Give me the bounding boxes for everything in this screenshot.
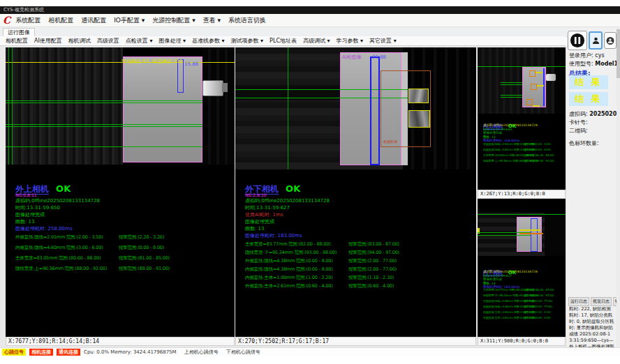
- menu-item[interactable]: 相机配置: [48, 16, 73, 25]
- comm-connect-badge: 通讯连接: [57, 349, 80, 356]
- card-pin-label: 卡针号:: [569, 119, 588, 126]
- toolbar-item[interactable]: AI使用配置: [34, 37, 62, 45]
- bottom-status-bar: 心跳信号 相机连接 通讯连接 Cpu: 0.0% Memory: 3424.41…: [0, 347, 620, 356]
- measurement-row: 内侧直线-隐线=4.38mm 范围:(0.00 - 9.00) 报警范围:(2.…: [483, 305, 563, 310]
- measurement-row: 外侧直线-隐线=4.38mm 范围:(0.00 - 9.00) 报警范围:(2.…: [483, 299, 563, 305]
- alarm-range: 报警范围:(1.10 - 2.10): [524, 310, 551, 314]
- time-line: 时间:13-31-59-650: [15, 204, 232, 211]
- log-tab[interactable]: 运行日志: [568, 297, 589, 306]
- menu-item[interactable]: 系统语言切换: [228, 16, 266, 25]
- user-login-button[interactable]: [589, 31, 603, 50]
- menu-item[interactable]: IO手配置 ▾: [114, 16, 145, 25]
- defect-label-mark: [537, 85, 544, 86]
- result-badge-top: 结 果: [569, 75, 608, 89]
- alarm-range: 报警范围:(81.00 - 85.00): [119, 255, 170, 261]
- measurement-list: 主体宽度=83.77mm 范围:(82.00 - 88.00) 报警范围:(83…: [483, 288, 563, 321]
- menu-item[interactable]: 系统配置: [15, 16, 40, 25]
- defect-label-mark: [536, 72, 542, 73]
- measurement-value: 外侧直线-主体=2.61mm 范围:(0.60 - 4.00): [245, 283, 332, 289]
- measurement-list: 外侧直线-隐线=2.91mm 范围:(2.00 - 3.50) 报警范围:(2.…: [483, 142, 563, 165]
- measurement-row: 隐线宽度-上=90.56mm 范围:(88.00 - 92.00) 报警范围:(…: [483, 159, 563, 165]
- defect-label-mark: [519, 229, 540, 231]
- toolbar-item[interactable]: 高级设置: [97, 37, 119, 45]
- connector-part: [202, 80, 223, 96]
- machine-background: [202, 47, 235, 165]
- toolbar-item[interactable]: 学习参数 ▾: [337, 37, 364, 45]
- toolbar-item[interactable]: 基准线参数 ▾: [192, 37, 225, 45]
- virtual-code-row: 虚拟码: 20250208: [569, 110, 620, 118]
- machine-background: [554, 47, 566, 114]
- pixel-status-bar: X:267;Y:13;R:0;G:0;B:0: [478, 190, 566, 199]
- control-buttons: [568, 31, 620, 50]
- measurement-row: 主体宽度=83.05mm 范围:(80.00 - 86.00) 报警范围:(81…: [483, 153, 563, 159]
- green-measure-line: [6, 100, 202, 101]
- blue-measure-rect: [531, 218, 538, 252]
- alarm-range: 报警范围:(2.00 - 77.00): [524, 299, 552, 303]
- measurement-row: 外侧直线-隐线=4.38mm 范围:(0.00 - 9.00) 报警范围:(2.…: [245, 258, 468, 266]
- measurement-row: 隐线宽度-上=90.56mm 范围:(88.00 - 92.00) 报警范围:(…: [15, 266, 235, 276]
- measurement-row: 外侧直线-主体=2.61mm 范围:(0.60 - 4.00) 报警范围:(0.…: [245, 283, 468, 291]
- menu-item[interactable]: 通讯配置: [81, 16, 106, 25]
- measurement-row: 隐线宽度-下=95.24mm 范围:(93.00 - 98.00) 报警范围:(…: [483, 294, 563, 299]
- green-measure-line: [478, 66, 566, 67]
- alarm-range: 报警范围:(89.00 - 91.00): [524, 159, 554, 162]
- pixel-status-bar: X:7677;Y:891;R:14;G:14;B:14: [6, 337, 235, 346]
- measurement-value: 外侧直线-隐线=2.91mm 范围:(2.00 - 3.50): [15, 234, 103, 241]
- process-cost-line: 图像处理耗时: 183.00ms: [245, 232, 462, 239]
- ai-detect-region-rect: [381, 70, 431, 147]
- turns-line: 圈数: 13: [15, 218, 232, 225]
- machine-background: [545, 213, 566, 256]
- camera-image-inner-top[interactable]: [478, 47, 566, 114]
- toolbar-item[interactable]: 点检设置 ▾: [126, 37, 153, 45]
- toolbar-item[interactable]: 图像处理 ▾: [158, 37, 186, 45]
- yellow-reference-line: [6, 62, 235, 63]
- virtual-code-line: 虚拟码:0ffline20250208133134728: [245, 197, 462, 204]
- green-measure-line: [501, 95, 522, 96]
- bottom-camera-heartbeat-text: 下相机心跳信号: [226, 349, 260, 356]
- window-title: CYS-视觉检测系统: [3, 7, 44, 13]
- toolbar-item[interactable]: 相机配置: [6, 37, 28, 45]
- menu-item[interactable]: 光源控制配置 ▾: [152, 16, 195, 25]
- qr-code-row: 二维码:: [569, 127, 588, 135]
- green-measure-line: [6, 124, 202, 125]
- user-icon: [592, 36, 600, 45]
- measurement-row: 外侧直线-主体=2.61mm 范围:(0.60 - 4.00) 报警范围:(0.…: [483, 316, 563, 321]
- measurement-row: 内侧直线-主体=1.90mm 范围:(1.00 - 2.20) 报警范围:(1.…: [483, 310, 563, 316]
- menu-item[interactable]: 查看 ▾: [203, 16, 221, 25]
- defect-label-mark: [533, 105, 540, 107]
- measurement-row: 主体宽度=83.77mm 范围:(82.00 - 88.00) 报警范围:(83…: [483, 288, 563, 294]
- green-measure-line: [6, 126, 202, 127]
- toolbar-item[interactable]: 相机调试: [68, 37, 91, 45]
- measurement-row: 内侧直线-隐线=4.60mm 范围:(3.00 - 6.00) 报警范围:(0.…: [483, 148, 563, 153]
- measurement-row: 隐线宽度-下=95.24mm 范围:(93.00 - 98.00) 报警范围:(…: [245, 250, 468, 258]
- toolbar-item[interactable]: 测试项参数 ▾: [231, 37, 264, 45]
- scrollbar-thumb[interactable]: [617, 29, 620, 78]
- app-logo-icon: C: [3, 15, 10, 26]
- measurement-row: 内侧直线-隐线=4.38mm 范围:(0.00 - 9.00) 报警范围:(2.…: [245, 266, 468, 275]
- alarm-range: 报警范围:(83.00 - 87.00): [348, 241, 399, 248]
- toolbar-item[interactable]: 其它设置 ▾: [369, 37, 397, 45]
- measure-overlay-value: 23.88: [372, 54, 386, 60]
- camera-image-outer-top[interactable]: 平均阈值:93, 动态阈值:100 15.88: [6, 47, 235, 165]
- measurement-value: 主体宽度=83.77mm 范围:(82.00 - 88.00): [245, 241, 331, 248]
- tab-strip: 运行图像: [0, 27, 620, 37]
- pause-button[interactable]: [568, 31, 587, 50]
- toolbar-item[interactable]: PLC地址表: [270, 37, 297, 45]
- camera-image-outer-bottom[interactable]: AI检图像 23.88 检测区域: [235, 47, 476, 169]
- alarm-range: 报警范围:(0.60 - 4.00): [524, 316, 551, 319]
- panel-scrollbar[interactable]: [617, 28, 620, 347]
- measurement-list: 主体宽度=83.77mm 范围:(82.00 - 88.00) 报警范围:(83…: [245, 241, 468, 291]
- user-manage-button[interactable]: [604, 32, 617, 49]
- log-tab[interactable]: 视觉日志: [591, 297, 612, 306]
- toolbar-item[interactable]: 高级调试 ▾: [303, 37, 330, 45]
- measurement-value: 外侧直线-隐线=4.38mm 范围:(0.00 - 9.00): [245, 258, 332, 264]
- process-cost-line: 图像处理耗时: 258.00ms: [15, 225, 232, 232]
- camera-image-inner-bottom[interactable]: [478, 213, 566, 256]
- process-done-line: 图像处理完成: [15, 211, 232, 218]
- user-dark-icon: [606, 36, 614, 46]
- connector-part: [222, 83, 228, 92]
- camera-connect-badge: 相机连接: [29, 349, 53, 356]
- login-user-label: 登录用户:: [569, 52, 593, 59]
- alarm-range: 报警范围:(2.20 - 3.20): [524, 142, 551, 146]
- result-ok-label: OK: [56, 183, 71, 194]
